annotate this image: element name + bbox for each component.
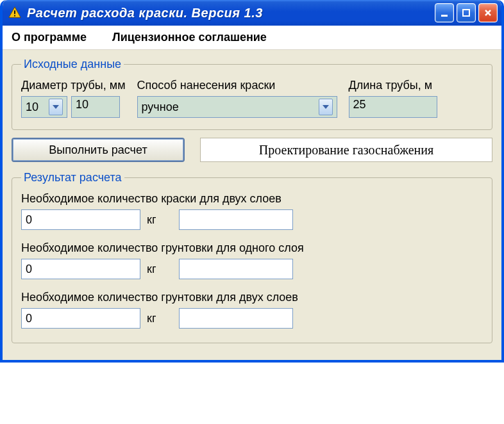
chevron-down-icon[interactable] — [49, 99, 63, 115]
primer2-output-secondary — [179, 308, 293, 329]
app-icon — [8, 6, 22, 20]
svg-marker-7 — [53, 105, 59, 109]
length-label: Длина трубы, м — [349, 79, 437, 92]
length-input[interactable]: 25 — [349, 96, 437, 118]
primer1-output-secondary — [179, 259, 293, 279]
window-controls — [435, 3, 498, 22]
menubar: О программе Лицензионное соглашение — [3, 26, 501, 50]
svg-rect-4 — [463, 10, 469, 16]
method-select[interactable]: ручное — [137, 96, 337, 118]
results-group: Результат расчета Необходимое количество… — [12, 171, 492, 343]
results-legend: Результат расчета — [21, 171, 124, 184]
paint2-label: Необходимое количество краски для двух с… — [21, 192, 483, 206]
primer1-label: Необходимое количество грунтовки для одн… — [21, 241, 483, 255]
main-window: Расчет расхода краски. Версия 1.3 О прог… — [0, 0, 504, 363]
promo-link[interactable]: Проектирование газоснабжения — [200, 138, 492, 162]
method-value: ручное — [142, 101, 179, 114]
method-column: Способ нанесения краски ручное — [137, 79, 337, 118]
maximize-button[interactable] — [457, 3, 476, 22]
diameter-column: Диаметр трубы, мм 10 10 — [21, 79, 126, 118]
action-row: Выполнить расчет Проектирование газоснаб… — [12, 138, 492, 162]
length-column: Длина трубы, м 25 — [349, 79, 437, 118]
primer1-output: 0 — [21, 259, 140, 279]
inputs-legend: Исходные данные — [21, 58, 124, 71]
close-button[interactable] — [478, 3, 498, 22]
menu-about[interactable]: О программе — [12, 31, 87, 44]
window-title: Расчет расхода краски. Версия 1.3 — [27, 6, 435, 20]
diameter-input[interactable]: 10 — [71, 96, 120, 118]
paint2-unit: кг — [147, 213, 156, 227]
titlebar: Расчет расхода краски. Версия 1.3 — [3, 0, 501, 26]
svg-rect-1 — [14, 10, 15, 13]
svg-rect-2 — [14, 15, 15, 17]
client-area: Исходные данные Диаметр трубы, мм 10 10 — [3, 50, 501, 360]
diameter-combo[interactable]: 10 — [21, 96, 67, 118]
calculate-button[interactable]: Выполнить расчет — [12, 138, 185, 162]
minimize-button[interactable] — [435, 3, 454, 22]
inputs-group: Исходные данные Диаметр трубы, мм 10 10 — [12, 58, 492, 130]
paint2-output: 0 — [21, 209, 140, 230]
svg-marker-8 — [323, 105, 329, 109]
primer2-output: 0 — [21, 308, 140, 329]
diameter-combo-value: 10 — [26, 101, 49, 114]
svg-rect-3 — [441, 15, 448, 17]
primer1-unit: кг — [147, 263, 156, 276]
diameter-label: Диаметр трубы, мм — [21, 79, 126, 92]
paint2-output-secondary — [179, 209, 293, 230]
chevron-down-icon[interactable] — [319, 99, 333, 115]
primer2-unit: кг — [147, 312, 156, 325]
method-label: Способ нанесения краски — [137, 79, 337, 92]
menu-license[interactable]: Лицензионное соглашение — [112, 31, 267, 44]
primer2-label: Необходимое количество грунтовки для дву… — [21, 291, 483, 304]
